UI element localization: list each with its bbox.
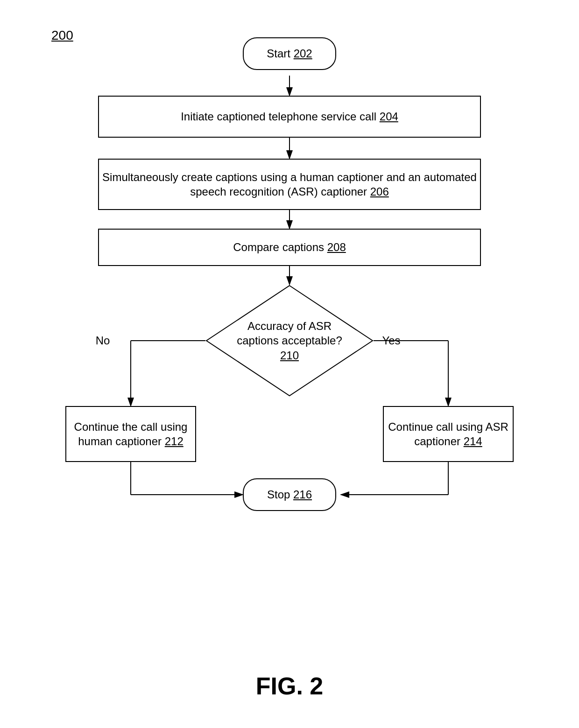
step-212: Continue the call using human captioner … <box>65 406 196 462</box>
step-214-ref: 214 <box>464 435 482 448</box>
stop-label: Stop 216 <box>267 487 312 502</box>
start-ref: 202 <box>294 47 312 60</box>
decision-210-text: Accuracy of ASR captions acceptable? 210 <box>237 319 342 363</box>
step-208-label: Compare captions 208 <box>233 240 346 254</box>
start-node: Start 202 <box>243 37 336 70</box>
step-206: Simultaneously create captions using a h… <box>98 159 481 210</box>
decision-210-ref: 210 <box>280 349 299 362</box>
step-214-label: Continue call using ASR captioner 214 <box>384 420 513 448</box>
step-208: Compare captions 208 <box>98 229 481 266</box>
stop-ref: 216 <box>293 488 312 501</box>
step-204-ref: 204 <box>380 110 398 123</box>
stop-node: Stop 216 <box>243 478 336 511</box>
step-212-label: Continue the call using human captioner … <box>66 420 195 448</box>
no-label: No <box>89 334 117 348</box>
step-204: Initiate captioned telephone service cal… <box>98 96 481 138</box>
step-208-ref: 208 <box>327 241 346 253</box>
step-206-ref: 206 <box>370 185 389 198</box>
step-214: Continue call using ASR captioner 214 <box>383 406 514 462</box>
decision-210: Accuracy of ASR captions acceptable? 210 <box>205 285 374 397</box>
figure-label: FIG. 2 <box>256 672 323 700</box>
diagram-ref-200: 200 <box>51 28 73 43</box>
step-212-ref: 212 <box>165 435 184 448</box>
step-206-label: Simultaneously create captions using a h… <box>99 170 480 199</box>
start-label: Start 202 <box>267 46 312 61</box>
step-204-label: Initiate captioned telephone service cal… <box>181 109 398 124</box>
yes-label: Yes <box>377 334 405 348</box>
flowchart-diagram: 200 Start 202 <box>0 0 579 728</box>
